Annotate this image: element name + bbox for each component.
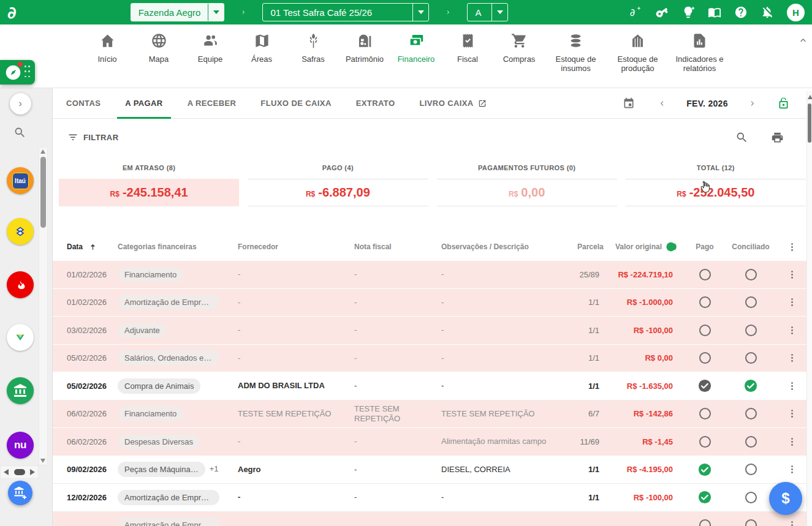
reconciled-toggle[interactable] <box>729 436 772 448</box>
column-invoice[interactable]: Nota fiscal <box>354 242 441 251</box>
notifications-off-icon[interactable] <box>761 6 774 19</box>
row-menu-icon[interactable] <box>787 520 797 526</box>
aegro-plus-icon[interactable]: ∂+ <box>629 6 642 19</box>
new-transaction-fab[interactable]: $ <box>769 482 802 515</box>
table-row-5[interactable]: 05/02/2026 Compra de Animais ADM DO BRAS… <box>53 372 812 400</box>
scroll-thumb[interactable] <box>40 157 46 228</box>
column-date[interactable]: Data <box>53 242 118 252</box>
recorder-widget[interactable] <box>0 60 35 85</box>
reconciled-toggle[interactable] <box>729 464 772 475</box>
add-bank-button[interactable] <box>8 481 32 505</box>
nav-item-inicio[interactable]: Início <box>82 32 133 73</box>
search-icon[interactable] <box>735 131 748 144</box>
row-menu-icon[interactable] <box>787 464 797 475</box>
chevron-down-icon[interactable] <box>491 4 507 21</box>
main-scrollbar[interactable] <box>806 91 812 526</box>
column-amount[interactable]: Valor original <box>602 241 680 253</box>
nav-item-patrimonio[interactable]: Patrimônio <box>339 32 390 73</box>
reconciled-toggle[interactable] <box>729 519 772 526</box>
summary-card-pago-4[interactable]: PAGO (4) R$-6.887,09 <box>248 157 428 206</box>
sort-asc-icon[interactable] <box>88 242 97 252</box>
row-menu-icon[interactable] <box>787 269 797 280</box>
table-row-1[interactable]: 01/02/2026 Financiamento - - - 25/89 R$ … <box>53 261 812 289</box>
key-icon[interactable] <box>655 6 669 19</box>
row-menu-icon[interactable] <box>787 408 797 419</box>
calendar-icon[interactable] <box>623 97 635 110</box>
paid-toggle[interactable] <box>680 436 729 448</box>
nav-item-indicadores-e-relatorios[interactable]: Indicadores e relatórios <box>669 32 730 73</box>
nav-item-estoque-de-insumos[interactable]: Estoque de insumos <box>545 32 607 73</box>
table-row-7[interactable]: 06/02/2026 Despesas Diversas - - Aliment… <box>53 428 812 456</box>
unlock-icon[interactable] <box>777 97 790 110</box>
summary-card-pagamentos-futuros-0[interactable]: PAGAMENTOS FUTUROS (0) R$0,00 <box>437 157 617 206</box>
reconciled-toggle[interactable] <box>729 269 772 280</box>
paid-toggle[interactable] <box>680 296 729 308</box>
nav-item-safras[interactable]: Safras <box>287 32 339 73</box>
period-label[interactable]: FEV. 2026 <box>681 99 733 108</box>
paid-toggle[interactable] <box>680 269 729 280</box>
paid-toggle[interactable] <box>680 463 729 476</box>
column-installment[interactable]: Parcela <box>577 242 602 251</box>
idea-icon[interactable] <box>681 6 695 19</box>
table-row-4[interactable]: 05/02/2026 Salários, Ordenados e C… - - … <box>53 345 812 373</box>
header-menu-icon[interactable] <box>787 242 797 252</box>
table-row-9[interactable]: 12/02/2026 Amortização de Emprés… - - - … <box>53 484 812 512</box>
sidebar-scrollbar[interactable] <box>39 147 48 465</box>
bank-shortcut-cooperative[interactable] <box>7 324 34 351</box>
print-icon[interactable] <box>771 131 784 144</box>
table-row-2[interactable]: 01/02/2026 Amortização de Emprés… - - - … <box>53 289 812 317</box>
row-menu-icon[interactable] <box>787 325 797 336</box>
unit-selector[interactable]: A <box>467 3 508 21</box>
tab-livro-caixa[interactable]: LIVRO CAIXA <box>407 88 498 119</box>
expand-sidebar-button[interactable] <box>10 93 31 115</box>
row-menu-icon[interactable] <box>787 297 797 307</box>
reconciled-toggle[interactable] <box>729 325 772 336</box>
summary-card-em-atraso-8[interactable]: EM ATRASO (8) R$-245.158,41 <box>59 157 239 206</box>
hscroll-thumb[interactable] <box>14 469 25 475</box>
bank-shortcut-banco-do-brasil[interactable] <box>7 218 34 245</box>
row-menu-icon[interactable] <box>787 353 797 363</box>
row-menu-icon[interactable] <box>787 381 797 391</box>
paid-toggle[interactable] <box>680 490 729 504</box>
column-reconciled[interactable]: Conciliado <box>729 242 772 251</box>
nav-item-estoque-de-producao[interactable]: Estoque de produção <box>607 32 669 73</box>
prev-month-icon[interactable] <box>658 100 666 107</box>
column-paid[interactable]: Pago <box>680 242 729 251</box>
scroll-left-arrow[interactable] <box>4 469 9 475</box>
bank-shortcut-santander[interactable] <box>7 271 34 298</box>
paid-toggle[interactable] <box>680 352 729 364</box>
table-row-10[interactable]: Amortização de Emprés… <box>53 512 812 526</box>
bank-shortcut-itau[interactable]: Itaú <box>7 167 34 194</box>
scroll-right-arrow[interactable] <box>30 469 35 475</box>
reconciled-toggle[interactable] <box>729 379 772 393</box>
paid-toggle[interactable] <box>680 408 729 419</box>
sidebar-search-icon[interactable] <box>13 126 26 139</box>
column-notes[interactable]: Observações / Descrição <box>441 242 577 251</box>
nav-item-fiscal[interactable]: Fiscal <box>442 32 493 73</box>
collapse-nav-icon[interactable] <box>799 36 808 45</box>
scroll-up-arrow[interactable] <box>808 95 812 99</box>
filter-button[interactable]: FILTRAR <box>67 132 118 143</box>
nav-item-equipe[interactable]: Equipe <box>184 32 236 73</box>
summary-card-total-12[interactable]: TOTAL (12) R$-252.045,50 <box>626 157 806 206</box>
row-menu-icon[interactable] <box>787 437 797 447</box>
tab-a-pagar[interactable]: A PAGAR <box>113 88 175 119</box>
drag-handle-icon[interactable] <box>25 66 30 79</box>
reconciled-toggle[interactable] <box>729 492 772 503</box>
reconciled-toggle[interactable] <box>729 296 772 308</box>
tab-extrato[interactable]: EXTRATO <box>344 88 408 119</box>
table-row-8[interactable]: 09/02/2026 Peças de Máquina…+1 Aegro - D… <box>53 456 812 484</box>
table-row-6[interactable]: 06/02/2026 Financiamento TESTE SEM REPET… <box>53 400 812 429</box>
scroll-down-arrow[interactable] <box>40 459 45 463</box>
reconciled-toggle[interactable] <box>729 408 772 419</box>
chevron-down-icon[interactable] <box>208 4 224 21</box>
chevron-down-icon[interactable] <box>412 4 428 21</box>
season-selector[interactable]: 01 Test Safra Café 25/26 <box>262 3 429 21</box>
horizontal-scrollbar[interactable] <box>0 465 39 479</box>
scroll-thumb[interactable] <box>808 103 811 143</box>
column-categories[interactable]: Categorias financeiras <box>118 242 238 251</box>
column-supplier[interactable]: Fornecedor <box>238 242 354 251</box>
paid-toggle[interactable] <box>680 519 729 526</box>
reconciled-toggle[interactable] <box>729 352 772 364</box>
knowledge-icon[interactable] <box>708 6 721 19</box>
